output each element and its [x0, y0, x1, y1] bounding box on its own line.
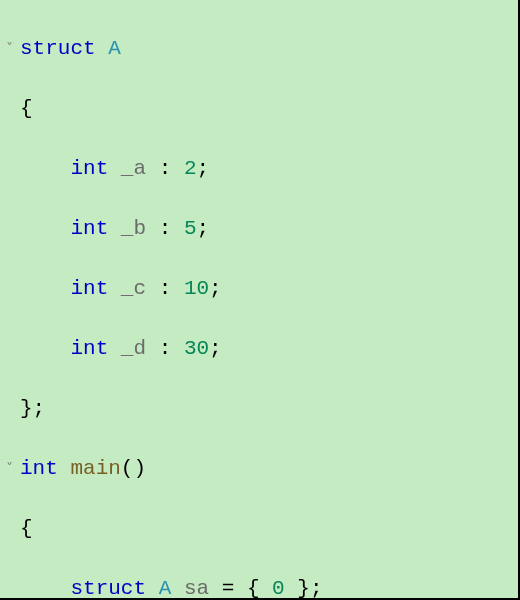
- fold-icon: ˅: [2, 34, 16, 64]
- number: 30: [184, 337, 209, 360]
- code-line: int _b : 5;: [20, 214, 514, 244]
- number: 5: [184, 217, 197, 240]
- code-line: {: [20, 94, 514, 124]
- code-line: int _a : 2;: [20, 154, 514, 184]
- keyword: struct: [20, 37, 96, 60]
- code-line: ˅int main(): [20, 454, 514, 484]
- code-block: ˅struct A { int _a : 2; int _b : 5; int …: [0, 0, 520, 600]
- code-line: struct A sa = { 0 };: [20, 574, 514, 600]
- type-name: A: [159, 577, 172, 600]
- brace: };: [20, 397, 45, 420]
- brace: {: [20, 517, 33, 540]
- keyword: int: [70, 337, 108, 360]
- keyword: int: [70, 217, 108, 240]
- fold-icon: ˅: [2, 454, 16, 484]
- code-line: {: [20, 514, 514, 544]
- keyword: int: [70, 277, 108, 300]
- code-line: int _c : 10;: [20, 274, 514, 304]
- number: 2: [184, 157, 197, 180]
- identifier: _d: [121, 337, 146, 360]
- identifier: sa: [184, 577, 209, 600]
- number: 10: [184, 277, 209, 300]
- number: 0: [272, 577, 285, 600]
- code-line: };: [20, 394, 514, 424]
- identifier: _c: [121, 277, 146, 300]
- keyword: struct: [70, 577, 146, 600]
- function-name: main: [70, 457, 120, 480]
- keyword: int: [70, 157, 108, 180]
- type-name: A: [108, 37, 121, 60]
- keyword: int: [20, 457, 58, 480]
- code-line: int _d : 30;: [20, 334, 514, 364]
- identifier: _a: [121, 157, 146, 180]
- brace: {: [20, 97, 33, 120]
- code-line: ˅struct A: [20, 34, 514, 64]
- identifier: _b: [121, 217, 146, 240]
